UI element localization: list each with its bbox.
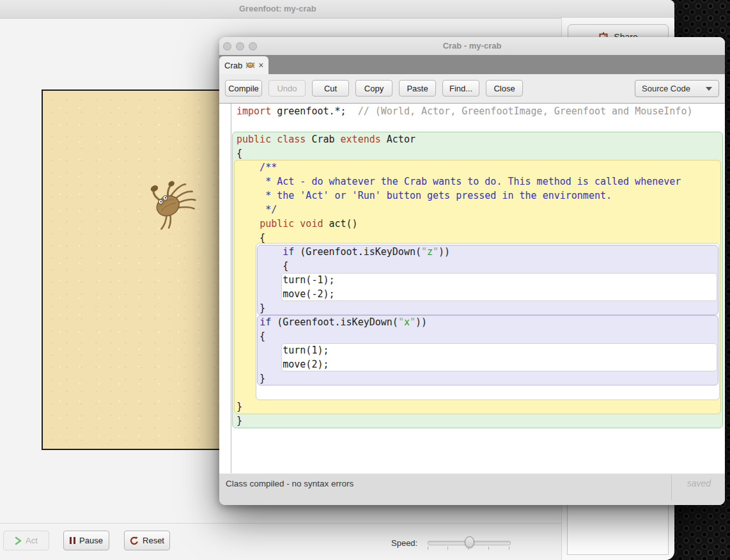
code-line: if (Greenfoot.isKeyDown("x")): [237, 315, 725, 329]
save-state-label: saved: [687, 478, 711, 488]
code-line: move(2);: [237, 357, 725, 371]
main-window-title: Greenfoot: my-crab: [239, 4, 316, 13]
speed-label: Speed:: [391, 538, 417, 548]
code-editor-area[interactable]: import greenfoot.*; // (World, Actor, Gr…: [219, 104, 725, 473]
compile-status-message: Class compiled - no syntax errors: [226, 479, 353, 488]
code-line: }: [237, 371, 725, 385]
status-divider: [671, 475, 672, 501]
code-line: public class Crab extends Actor: [237, 132, 725, 146]
pause-button-label: Pause: [79, 536, 103, 545]
code-line: }: [237, 414, 725, 428]
code-line: }: [237, 301, 725, 315]
reset-icon: [130, 536, 139, 545]
view-mode-select[interactable]: Source Code: [635, 80, 719, 97]
code-line: import greenfoot.*; // (World, Actor, Gr…: [237, 104, 725, 118]
code-line: move(-2);: [237, 287, 725, 301]
chevron-down-icon: [706, 87, 712, 91]
code-line: * Act - do whatever the Crab wants to do…: [237, 175, 725, 189]
code-line: /**: [237, 160, 725, 175]
code-line: }: [237, 400, 725, 414]
crab-editor-window: Crab - my-crab Crab × Compile Undo Cut: [219, 37, 725, 505]
tab-crab[interactable]: Crab ×: [219, 56, 268, 74]
reset-button[interactable]: Reset: [124, 531, 170, 550]
pause-icon: [70, 537, 75, 544]
crab-actor[interactable]: [139, 176, 200, 233]
code-line: */: [237, 203, 725, 217]
code-line: [237, 385, 725, 400]
code-line: [237, 118, 725, 132]
code-line: turn(1);: [237, 343, 725, 357]
code-line: {: [237, 329, 725, 343]
editor-window-title: Crab - my-crab: [219, 41, 725, 51]
act-button-label: Act: [26, 536, 38, 545]
paste-button[interactable]: Paste: [399, 80, 436, 97]
main-window-titlebar[interactable]: Greenfoot: my-crab: [0, 0, 674, 19]
view-mode-value: Source Code: [642, 84, 690, 93]
undo-button[interactable]: Undo: [268, 80, 306, 97]
copy-button[interactable]: Copy: [355, 80, 392, 97]
find-button[interactable]: Find...: [442, 80, 479, 97]
code-line: if (Greenfoot.isKeyDown("z")): [237, 245, 725, 259]
crab-class-icon: [245, 61, 255, 69]
editor-tab-bar: Crab ×: [219, 55, 725, 74]
reset-button-label: Reset: [143, 536, 164, 545]
speed-slider-ticks: [428, 547, 509, 550]
code-lines[interactable]: import greenfoot.*; // (World, Actor, Gr…: [219, 104, 725, 428]
code-line: {: [237, 146, 725, 160]
code-line: {: [237, 231, 725, 245]
tab-close-icon[interactable]: ×: [258, 61, 263, 70]
editor-status-bar: Class compiled - no syntax errors saved: [219, 473, 725, 505]
cut-button[interactable]: Cut: [312, 80, 349, 97]
compile-button[interactable]: Compile: [225, 80, 262, 97]
tab-crab-label: Crab: [224, 61, 242, 70]
code-line: public void act(): [237, 217, 725, 231]
editor-titlebar[interactable]: Crab - my-crab: [219, 37, 725, 56]
desktop-background: Greenfoot: my-crab: [0, 0, 730, 560]
speed-slider[interactable]: [428, 541, 511, 545]
code-line: turn(-1);: [237, 273, 725, 287]
close-button[interactable]: Close: [486, 80, 523, 97]
act-arrow-icon: [15, 536, 22, 545]
code-line: {: [237, 259, 725, 273]
pause-button[interactable]: Pause: [63, 531, 109, 550]
execution-controls-bar: Act Pause Reset Speed:: [0, 524, 561, 560]
code-line: * the 'Act' or 'Run' button gets pressed…: [237, 189, 725, 203]
act-button[interactable]: Act: [3, 531, 49, 550]
editor-toolbar: Compile Undo Cut Copy Paste Find... Clos…: [219, 74, 725, 104]
